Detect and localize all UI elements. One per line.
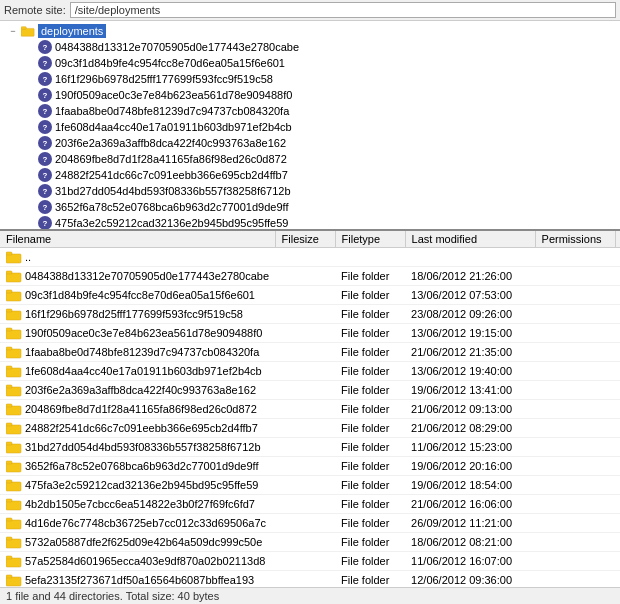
cell-modified: 23/08/2012 09:26:00: [405, 305, 535, 324]
tree-item-label: 3652f6a78c52e0768bca6b963d2c77001d9de9ff: [55, 201, 288, 213]
cell-filename: ..: [0, 248, 275, 267]
cell-filesize: [275, 343, 335, 362]
tree-root-label[interactable]: deployments: [38, 24, 106, 38]
table-row[interactable]: 5efa23135f273671df50a16564b6087bbffea193…: [0, 571, 620, 588]
cell-filesize: [275, 571, 335, 588]
cell-owner: [615, 267, 620, 286]
folder-icon: [20, 24, 36, 38]
table-row[interactable]: 5732a05887dfe2f625d09e42b64a509dc999c50e…: [0, 533, 620, 552]
svg-rect-5: [6, 271, 12, 274]
cell-filename: 4b2db1505e7cbcc6ea514822e3b0f27f69fc6fd7: [0, 495, 275, 514]
cell-filetype: File folder: [335, 267, 405, 286]
table-row[interactable]: 1fe608d4aa4cc40e17a01911b603db971ef2b4cb…: [0, 362, 620, 381]
svg-rect-37: [6, 575, 12, 578]
question-icon: ?: [38, 216, 52, 230]
cell-owner: [615, 305, 620, 324]
tree-item-label: 1fe608d4aa4cc40e17a01911b603db971ef2b4cb: [55, 121, 292, 133]
cell-modified: 18/06/2012 08:21:00: [405, 533, 535, 552]
cell-filetype: File folder: [335, 457, 405, 476]
cell-filesize: [275, 552, 335, 571]
tree-pane: − deployments ? 0484388d13312e70705905d0…: [0, 21, 620, 231]
cell-modified: 19/06/2012 13:41:00: [405, 381, 535, 400]
table-row[interactable]: 24882f2541dc66c7c091eebb366e695cb2d4ffb7…: [0, 419, 620, 438]
cell-owner: [615, 571, 620, 588]
svg-rect-9: [6, 309, 12, 312]
cell-filetype: File folder: [335, 400, 405, 419]
svg-rect-15: [6, 366, 12, 369]
tree-item[interactable]: ? 0484388d13312e70705905d0e177443e2780ca…: [4, 39, 620, 55]
filename-text: 204869fbe8d7d1f28a41165fa86f98ed26c0d872: [25, 403, 257, 415]
cell-modified: 26/09/2012 11:21:00: [405, 514, 535, 533]
cell-modified: [405, 248, 535, 267]
cell-modified: 13/06/2012 19:15:00: [405, 324, 535, 343]
tree-item-label: 1faaba8be0d748bfe81239d7c94737cb084320fa: [55, 105, 289, 117]
tree-item[interactable]: ? 475fa3e2c59212cad32136e2b945bd95c95ffe…: [4, 215, 620, 231]
svg-rect-19: [6, 404, 12, 407]
table-row[interactable]: 203f6e2a369a3affb8dca422f40c993763a8e162…: [0, 381, 620, 400]
filename-text: 475fa3e2c59212cad32136e2b945bd95c95ffe59: [25, 479, 258, 491]
tree-item[interactable]: ? 31bd27dd054d4bd593f08336b557f38258f671…: [4, 183, 620, 199]
tree-item[interactable]: ? 16f1f296b6978d25fff177699f593fcc9f519c…: [4, 71, 620, 87]
tree-item[interactable]: ? 09c3f1d84b9fe4c954fcc8e70d6ea05a15f6e6…: [4, 55, 620, 71]
tree-item[interactable]: ? 204869fbe8d7d1f28a41165fa86f98ed26c0d8…: [4, 151, 620, 167]
remote-path-input[interactable]: [70, 2, 616, 18]
col-permissions[interactable]: Permissions: [535, 231, 615, 248]
table-row[interactable]: 09c3f1d84b9fe4c954fcc8e70d6ea05a15f6e601…: [0, 286, 620, 305]
table-row[interactable]: 475fa3e2c59212cad32136e2b945bd95c95ffe59…: [0, 476, 620, 495]
tree-item[interactable]: ? 1faaba8be0d748bfe81239d7c94737cb084320…: [4, 103, 620, 119]
tree-item[interactable]: ? 24882f2541dc66c7c091eebb366e695cb2d4ff…: [4, 167, 620, 183]
cell-filename: 475fa3e2c59212cad32136e2b945bd95c95ffe59: [0, 476, 275, 495]
cell-permissions: [535, 552, 615, 571]
tree-item[interactable]: ? 190f0509ace0c3e7e84b623ea561d78e909488…: [4, 87, 620, 103]
filename-text: 1faaba8be0d748bfe81239d7c94737cb084320fa: [25, 346, 259, 358]
svg-rect-11: [6, 328, 12, 331]
tree-item-label: 31bd27dd054d4bd593f08336b557f38258f6712b: [55, 185, 291, 197]
table-row[interactable]: 1faaba8be0d748bfe81239d7c94737cb084320fa…: [0, 343, 620, 362]
col-modified[interactable]: Last modified: [405, 231, 535, 248]
cell-filesize: [275, 514, 335, 533]
svg-rect-22: [6, 444, 21, 453]
col-filename[interactable]: Filename: [0, 231, 275, 248]
table-row[interactable]: 204869fbe8d7d1f28a41165fa86f98ed26c0d872…: [0, 400, 620, 419]
tree-item-label: 09c3f1d84b9fe4c954fcc8e70d6ea05a15f6e601: [55, 57, 285, 69]
cell-modified: 12/06/2012 09:36:00: [405, 571, 535, 588]
svg-rect-24: [6, 463, 21, 472]
cell-permissions: [535, 324, 615, 343]
table-row[interactable]: 190f0509ace0c3e7e84b623ea561d78e909488f0…: [0, 324, 620, 343]
svg-rect-1: [21, 27, 26, 30]
question-icon: ?: [38, 104, 52, 118]
col-filetype[interactable]: Filetype: [335, 231, 405, 248]
table-row[interactable]: 0484388d13312e70705905d0e177443e2780cabe…: [0, 267, 620, 286]
svg-rect-28: [6, 501, 21, 510]
table-row[interactable]: ..: [0, 248, 620, 267]
table-row[interactable]: 3652f6a78c52e0768bca6b963d2c77001d9de9ff…: [0, 457, 620, 476]
filename-text: ..: [25, 251, 31, 263]
col-owner[interactable]: Owner/Gro...: [615, 231, 620, 248]
question-icon: ?: [38, 152, 52, 166]
table-row[interactable]: 16f1f296b6978d25fff177699f593fcc9f519c58…: [0, 305, 620, 324]
table-row[interactable]: 4b2db1505e7cbcc6ea514822e3b0f27f69fc6fd7…: [0, 495, 620, 514]
tree-root-item[interactable]: − deployments: [4, 23, 620, 39]
table-row[interactable]: 4d16de76c7748cb36725eb7cc012c33d69506a7c…: [0, 514, 620, 533]
cell-owner: [615, 400, 620, 419]
cell-modified: 11/06/2012 16:07:00: [405, 552, 535, 571]
question-icon: ?: [38, 40, 52, 54]
filename-text: 16f1f296b6978d25fff177699f593fcc9f519c58: [25, 308, 243, 320]
tree-item[interactable]: ? 3652f6a78c52e0768bca6b963d2c77001d9de9…: [4, 199, 620, 215]
cell-filesize: [275, 267, 335, 286]
cell-filesize: [275, 495, 335, 514]
filename-text: 09c3f1d84b9fe4c954fcc8e70d6ea05a15f6e601: [25, 289, 255, 301]
tree-item[interactable]: ? 1fe608d4aa4cc40e17a01911b603db971ef2b4…: [4, 119, 620, 135]
filename-text: 5732a05887dfe2f625d09e42b64a509dc999c50e: [25, 536, 262, 548]
table-header: Filename Filesize Filetype Last modified…: [0, 231, 620, 248]
table-row[interactable]: 57a52584d601965ecca403e9df870a02b02113d8…: [0, 552, 620, 571]
cell-permissions: [535, 476, 615, 495]
svg-rect-29: [6, 499, 12, 502]
col-filesize[interactable]: Filesize: [275, 231, 335, 248]
cell-modified: 19/06/2012 18:54:00: [405, 476, 535, 495]
cell-owner: [615, 362, 620, 381]
cell-permissions: [535, 286, 615, 305]
tree-item[interactable]: ? 203f6e2a369a3affb8dca422f40c993763a8e1…: [4, 135, 620, 151]
table-row[interactable]: 31bd27dd054d4bd593f08336b557f38258f6712b…: [0, 438, 620, 457]
svg-rect-2: [6, 254, 21, 263]
